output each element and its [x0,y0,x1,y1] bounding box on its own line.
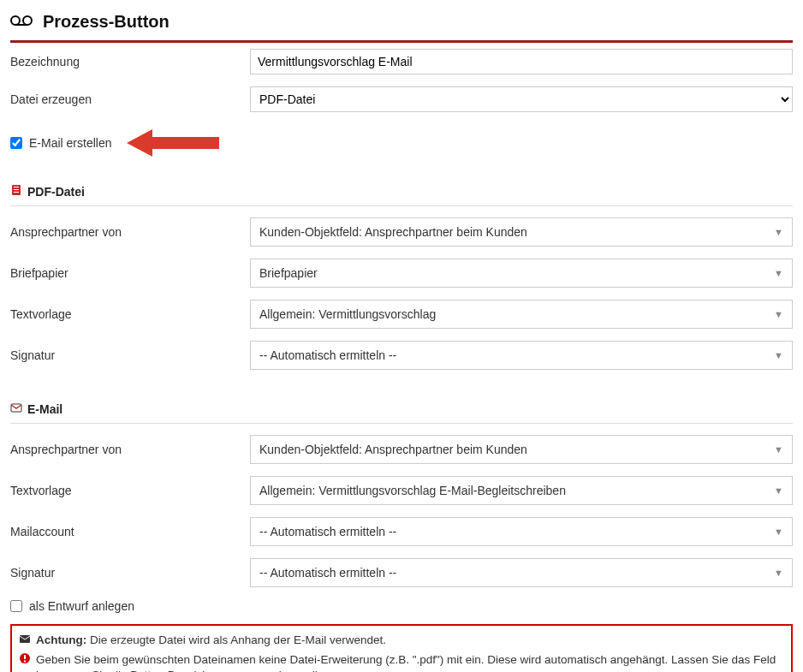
chevron-down-icon: ▼ [774,568,783,578]
chevron-down-icon: ▼ [774,444,783,455]
email-ansprechpartner-select[interactable]: Kunden-Objektfeld: Ansprechpartner beim … [250,435,793,464]
page-title: Prozess-Button [43,12,170,32]
chevron-down-icon: ▼ [774,268,783,278]
pdf-textvorlage-select[interactable]: Allgemein: Vermittlungsvorschlag ▼ [250,300,793,329]
datei-erzeugen-select[interactable]: PDF-Datei [250,86,793,112]
callout-arrow-icon [127,126,221,163]
achtung-label: Achtung: [36,633,86,646]
chevron-down-icon: ▼ [774,526,783,537]
email-section-header: E-Mail [10,376,793,424]
mail-icon [10,401,22,416]
chevron-down-icon: ▼ [774,485,783,496]
chevron-down-icon: ▼ [774,227,783,237]
svg-rect-6 [14,189,19,190]
page-header: Prozess-Button [10,7,793,43]
pdf-section-title: PDF-Datei [27,185,85,199]
pdf-icon [10,184,22,199]
pdf-signatur-label: Signatur [10,348,250,362]
achtung-text: Die erzeugte Datei wird als Anhang der E… [90,633,386,646]
pdf-briefpapier-select[interactable]: Briefpapier ▼ [250,259,793,288]
svg-rect-7 [14,192,19,193]
email-erstellen-label: E-Mail erstellen [29,136,111,150]
entwurf-checkbox[interactable] [10,600,22,612]
pdf-section-header: PDF-Datei [10,167,793,206]
email-ansprechpartner-label: Ansprechpartner von [10,443,250,456]
pdf-ansprechpartner-select[interactable]: Kunden-Objektfeld: Ansprechpartner beim … [250,217,793,247]
svg-rect-5 [14,187,19,187]
bezeichnung-label: Bezeichnung [10,55,250,68]
svg-rect-12 [24,661,26,663]
email-section-title: E-Mail [27,402,62,416]
pdf-signatur-select[interactable]: -- Automatisch ermitteln -- ▼ [250,341,793,370]
warning-icon [19,652,31,669]
datei-erzeugen-label: Datei erzeugen [10,92,250,106]
pdf-briefpapier-label: Briefpapier [10,266,250,280]
attachment-icon [19,633,31,649]
svg-rect-11 [24,655,26,659]
email-textvorlage-select[interactable]: Allgemein: Vermittlungsvorschlag E-Mail-… [250,476,793,505]
chevron-down-icon: ▼ [774,350,783,360]
bezeichnung-input[interactable] [250,49,793,74]
entwurf-label: als Entwurf anlegen [29,599,134,613]
email-mailaccount-select[interactable]: -- Automatisch ermitteln -- ▼ [250,517,793,546]
pdf-ansprechpartner-label: Ansprechpartner von [10,225,250,239]
email-mailaccount-label: Mailaccount [10,525,250,538]
voicemail-icon [10,14,33,30]
svg-marker-3 [127,129,219,157]
warning-text: Geben Sie beim gewünschten Dateinamen ke… [36,652,784,672]
email-textvorlage-label: Textvorlage [10,484,250,497]
email-signatur-label: Signatur [10,566,250,580]
email-signatur-select[interactable]: -- Automatisch ermitteln -- ▼ [250,558,793,587]
svg-point-0 [11,16,20,25]
svg-point-1 [23,16,32,25]
warning-callout: Achtung: Die erzeugte Datei wird als Anh… [10,624,793,672]
pdf-textvorlage-label: Textvorlage [10,307,250,321]
chevron-down-icon: ▼ [774,309,783,319]
email-erstellen-checkbox[interactable] [10,137,22,149]
